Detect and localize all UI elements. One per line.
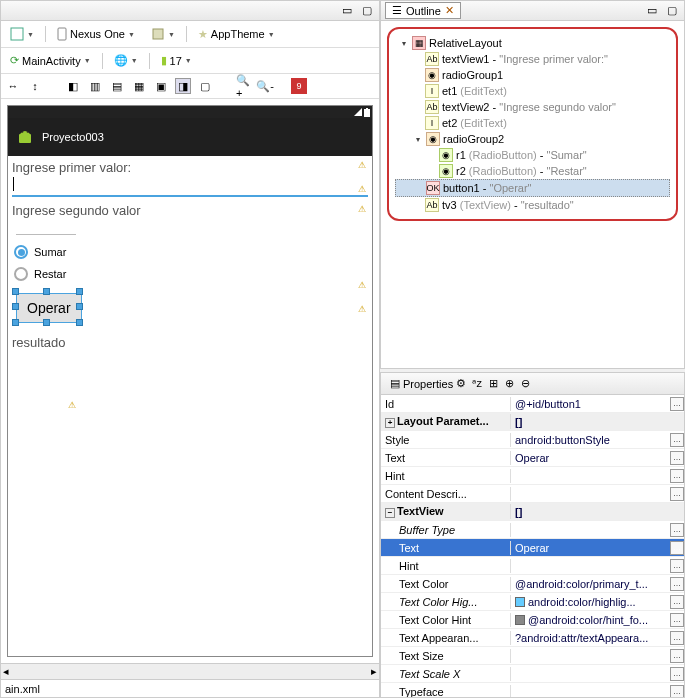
tree-item[interactable]: Iet2 (EditText) <box>395 115 670 131</box>
maximize-icon[interactable]: ▢ <box>664 3 680 19</box>
prop-row: TextOperar… <box>381 449 684 467</box>
edit-icon[interactable]: … <box>670 541 684 555</box>
expand-v-icon[interactable]: ↕ <box>27 78 43 94</box>
pane-header: ▭ ▢ <box>1 1 379 21</box>
tree-item[interactable]: Abtv3 (TextView) - "resultado" <box>395 197 670 213</box>
align-5-icon[interactable]: ▣ <box>153 78 169 94</box>
prop-row: Hint… <box>381 557 684 575</box>
props-icon: ▤ <box>387 376 403 392</box>
tab-file[interactable]: ain.xml <box>5 683 40 695</box>
sort-icon[interactable]: ᵃz <box>469 376 485 392</box>
svg-point-8 <box>27 131 29 133</box>
prop-row: Text Size… <box>381 647 684 665</box>
edit-icon[interactable]: … <box>670 397 684 411</box>
edit-icon[interactable]: … <box>670 667 684 681</box>
edit-icon[interactable]: … <box>670 487 684 501</box>
outline-icon: ☰ <box>392 4 402 17</box>
palette-dropdown[interactable]: ▼ <box>5 25 39 43</box>
prop-row: Typeface… <box>381 683 684 697</box>
locale-dropdown[interactable]: 🌐▼ <box>109 52 143 69</box>
radio-sumar[interactable]: Sumar <box>12 241 368 263</box>
outline-header: ☰Outline✕ ▭ ▢ <box>381 1 684 21</box>
prop-row: Styleandroid:buttonStyle… <box>381 431 684 449</box>
prop-row: Text Scale X… <box>381 665 684 683</box>
align-2-icon[interactable]: ▥ <box>87 78 103 94</box>
error-badge[interactable]: 9 <box>291 78 307 94</box>
tree-item-selected[interactable]: OKbutton1 - "Operar" <box>395 179 670 197</box>
zoom-in-icon[interactable]: 🔍+ <box>235 78 251 94</box>
edit-text-1[interactable] <box>12 175 368 197</box>
h-scrollbar[interactable]: ◂▸ <box>1 663 379 679</box>
align-4-icon[interactable]: ▦ <box>131 78 147 94</box>
outline-pane: ☰Outline✕ ▭ ▢ ▾▦RelativeLayout AbtextVie… <box>380 0 685 369</box>
svg-rect-6 <box>19 134 31 143</box>
align-7-icon[interactable]: ▢ <box>197 78 213 94</box>
theme-dropdown[interactable]: ★AppTheme▼ <box>193 26 280 43</box>
svg-marker-3 <box>354 108 362 116</box>
label-1: Ingrese primer valor: <box>12 160 368 175</box>
maximize-icon[interactable]: ▢ <box>359 3 375 19</box>
tree-item[interactable]: AbtextView1 - "Ingrese primer valor:" <box>395 51 670 67</box>
tree-item[interactable]: AbtextView2 - "Ingrese segundo valor" <box>395 99 670 115</box>
signal-icon <box>354 108 362 116</box>
prop-row: Text Appearan...?android:attr/textAppear… <box>381 629 684 647</box>
minimize-icon[interactable]: ▭ <box>339 3 355 19</box>
tree-item[interactable]: ◉r2 (RadioButton) - "Restar" <box>395 163 670 179</box>
battery-icon <box>364 108 370 117</box>
align-3-icon[interactable]: ▤ <box>109 78 125 94</box>
edit-icon[interactable]: … <box>670 451 684 465</box>
collapse-icon[interactable]: ⊖ <box>517 376 533 392</box>
layout-body[interactable]: Ingrese primer valor: Ingrese segundo va… <box>8 156 372 354</box>
designer-toolbar-2: ⟳MainActivity▼ 🌐▼ ▮17▼ <box>1 48 379 74</box>
adv-icon[interactable]: ⊞ <box>485 376 501 392</box>
activity-dropdown[interactable]: ⟳MainActivity▼ <box>5 52 96 69</box>
device-dropdown[interactable]: Nexus One▼ <box>52 25 140 43</box>
minimize-icon[interactable]: ▭ <box>644 3 660 19</box>
tree-item[interactable]: ◉radioGroup1 <box>395 67 670 83</box>
edit-icon[interactable]: … <box>670 595 684 609</box>
tree-item[interactable]: Iet1 (EditText) <box>395 83 670 99</box>
svg-rect-1 <box>58 28 66 40</box>
tree-root[interactable]: ▾▦RelativeLayout <box>395 35 670 51</box>
filter-icon[interactable]: ⚙ <box>453 376 469 392</box>
properties-grid[interactable]: Id@+id/button1… +Layout Paramet...[] Sty… <box>381 395 684 697</box>
globe-icon: 🌐 <box>114 54 128 67</box>
edit-icon[interactable]: … <box>670 469 684 483</box>
designer-toolbar-3: ↔ ↕ ◧ ▥ ▤ ▦ ▣ ◨ ▢ 🔍+ 🔍- 9 <box>1 74 379 99</box>
expand-h-icon[interactable]: ↔ <box>5 78 21 94</box>
prop-row: Content Descri...… <box>381 485 684 503</box>
star-icon: ★ <box>198 28 208 41</box>
outline-tab[interactable]: ☰Outline✕ <box>385 2 461 19</box>
properties-pane: ▤ Properties ⚙ ᵃz ⊞ ⊕ ⊖ Id@+id/button1… … <box>380 372 685 698</box>
edit-icon[interactable]: … <box>670 433 684 447</box>
edit-icon[interactable]: … <box>670 649 684 663</box>
prop-row: Text Color Hint@android:color/hint_fo...… <box>381 611 684 629</box>
android-icon <box>16 128 34 146</box>
edit-icon[interactable]: … <box>670 685 684 698</box>
edit-text-2[interactable] <box>16 234 76 235</box>
app-bar: Proyecto003 <box>8 118 372 156</box>
radio-restar[interactable]: Restar <box>12 263 368 285</box>
app-title: Proyecto003 <box>42 131 104 143</box>
edit-icon[interactable]: … <box>670 523 684 537</box>
outline-tree[interactable]: ▾▦RelativeLayout AbtextView1 - "Ingrese … <box>387 27 678 221</box>
expand-icon[interactable]: ⊕ <box>501 376 517 392</box>
svg-point-7 <box>22 131 24 133</box>
zoom-out-icon[interactable]: 🔍- <box>257 78 273 94</box>
prop-group: +Layout Paramet...[] <box>381 413 684 431</box>
align-6-icon[interactable]: ◨ <box>175 78 191 94</box>
orientation-dropdown[interactable]: ▼ <box>146 25 180 43</box>
tree-item[interactable]: ▾◉radioGroup2 <box>395 131 670 147</box>
orientation-icon <box>151 27 165 41</box>
tree-item[interactable]: ◉r1 (RadioButton) - "Sumar" <box>395 147 670 163</box>
edit-icon[interactable]: … <box>670 613 684 627</box>
align-1-icon[interactable]: ◧ <box>65 78 81 94</box>
edit-icon[interactable]: … <box>670 559 684 573</box>
prop-row: Text Color@android:color/primary_t...… <box>381 575 684 593</box>
prop-row: Hint… <box>381 467 684 485</box>
edit-icon[interactable]: … <box>670 631 684 645</box>
edit-icon[interactable]: … <box>670 577 684 591</box>
status-bar <box>8 106 372 118</box>
device-canvas[interactable]: Proyecto003 Ingrese primer valor: Ingres… <box>7 105 373 657</box>
api-dropdown[interactable]: ▮17▼ <box>156 52 197 69</box>
